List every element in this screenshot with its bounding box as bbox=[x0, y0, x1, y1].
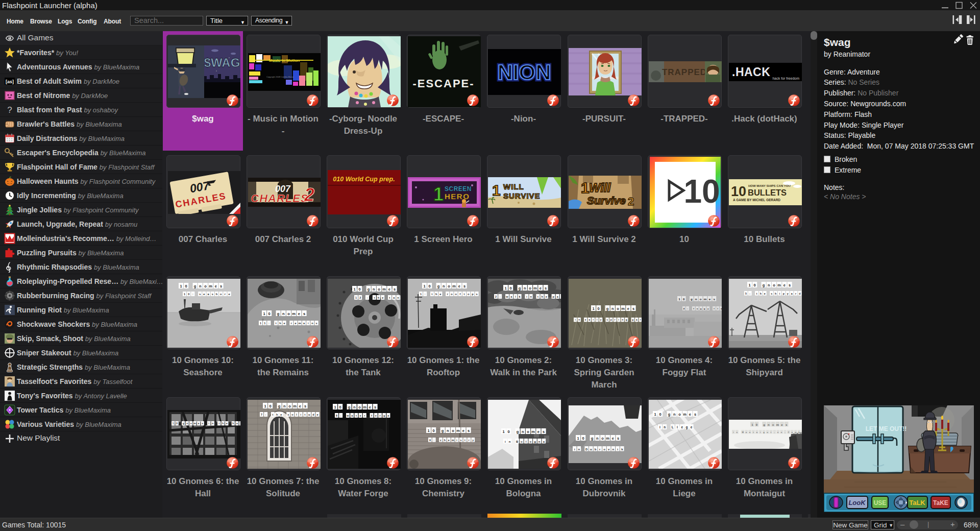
svg-text:e: e bbox=[439, 293, 441, 296]
svg-text:e: e bbox=[295, 322, 297, 325]
svg-text:0: 0 bbox=[339, 405, 341, 409]
svg-text:n: n bbox=[373, 287, 375, 292]
svg-text:n: n bbox=[522, 429, 524, 434]
svg-text:t: t bbox=[464, 293, 465, 296]
svg-text:t: t bbox=[356, 414, 357, 417]
svg-text:2: 2 bbox=[495, 295, 497, 298]
svg-text:n: n bbox=[749, 431, 751, 433]
svg-text:hack for freedom: hack for freedom bbox=[772, 77, 799, 80]
svg-text:e: e bbox=[585, 319, 586, 321]
svg-text:o: o bbox=[378, 287, 380, 292]
svg-text:0: 0 bbox=[270, 404, 272, 408]
svg-text:c: c bbox=[440, 439, 442, 442]
svg-text:s: s bbox=[632, 306, 634, 311]
svg-text:0: 0 bbox=[429, 284, 431, 288]
svg-text:n: n bbox=[737, 431, 738, 433]
svg-text:e: e bbox=[203, 293, 205, 296]
svg-text:e: e bbox=[612, 436, 614, 441]
svg-text:m: m bbox=[531, 429, 535, 434]
svg-text:a: a bbox=[589, 319, 590, 321]
svg-text:e: e bbox=[229, 293, 230, 296]
svg-text:e: e bbox=[317, 413, 318, 416]
svg-text:HOW MANY SHIPS CAN YOU: HOW MANY SHIPS CAN YOU bbox=[748, 184, 791, 187]
svg-text:HERO: HERO bbox=[445, 192, 470, 201]
svg-text:l: l bbox=[718, 307, 718, 310]
svg-text:n: n bbox=[781, 431, 782, 433]
svg-text:m: m bbox=[606, 436, 609, 441]
svg-text:e: e bbox=[540, 286, 542, 291]
svg-text:t: t bbox=[464, 439, 465, 442]
svg-text:m: m bbox=[293, 404, 297, 408]
svg-text:5: 5 bbox=[745, 292, 747, 295]
svg-text:g: g bbox=[368, 287, 370, 292]
svg-text:2: 2 bbox=[359, 296, 361, 299]
svg-text:010 World Cup prep.: 010 World Cup prep. bbox=[333, 176, 395, 183]
svg-text:0: 0 bbox=[510, 286, 512, 291]
svg-text:e: e bbox=[783, 283, 786, 287]
svg-text:1: 1 bbox=[184, 293, 185, 296]
svg-text:t: t bbox=[305, 413, 306, 416]
svg-text:s: s bbox=[303, 311, 305, 316]
svg-text:e: e bbox=[388, 287, 390, 292]
svg-text:d: d bbox=[799, 292, 800, 295]
svg-text:s: s bbox=[394, 287, 396, 292]
svg-text:t: t bbox=[276, 322, 277, 325]
svg-text:Copyright 2008 Combo-Matso: Copyright 2008 Combo-Matso bbox=[266, 76, 294, 78]
svg-text:n: n bbox=[611, 306, 614, 311]
svg-text:g: g bbox=[437, 284, 440, 288]
svg-text:n: n bbox=[768, 423, 770, 426]
svg-text:a: a bbox=[721, 307, 722, 310]
svg-text::: : bbox=[367, 296, 368, 299]
svg-text::: : bbox=[749, 292, 750, 295]
svg-text:e: e bbox=[198, 422, 200, 425]
svg-text:e: e bbox=[284, 322, 285, 325]
svg-text:g: g bbox=[534, 440, 536, 443]
svg-text:Music in Motion: Music in Motion bbox=[268, 58, 300, 63]
svg-text:s: s bbox=[463, 284, 465, 288]
svg-text:n: n bbox=[524, 286, 526, 291]
svg-text:w: w bbox=[346, 414, 349, 417]
svg-text:e: e bbox=[681, 425, 683, 429]
svg-text:i: i bbox=[209, 422, 209, 425]
svg-text:Will: Will bbox=[589, 181, 611, 195]
svg-text:0: 0 bbox=[582, 436, 584, 441]
svg-text:n: n bbox=[673, 412, 676, 417]
svg-text:i: i bbox=[677, 425, 678, 429]
svg-text:0: 0 bbox=[185, 284, 187, 288]
svg-text:o: o bbox=[697, 307, 698, 310]
svg-text:a: a bbox=[236, 422, 238, 425]
svg-text:e: e bbox=[299, 404, 301, 408]
svg-text:1: 1 bbox=[263, 311, 265, 316]
svg-text:g: g bbox=[591, 436, 594, 441]
svg-text:o: o bbox=[288, 404, 291, 408]
svg-text:m: m bbox=[452, 439, 454, 442]
svg-text:e: e bbox=[691, 425, 693, 429]
svg-text:1: 1 bbox=[502, 429, 504, 434]
svg-text:0: 0 bbox=[508, 429, 510, 434]
svg-text:n: n bbox=[695, 297, 697, 301]
svg-text:m: m bbox=[621, 306, 625, 311]
svg-text:t: t bbox=[537, 295, 538, 298]
svg-text:o: o bbox=[529, 440, 531, 443]
svg-text:g: g bbox=[517, 429, 519, 434]
svg-text:e: e bbox=[382, 296, 383, 299]
svg-text:0: 0 bbox=[176, 422, 178, 425]
svg-text:1: 1 bbox=[173, 422, 174, 425]
svg-text:LET ME OUT!!: LET ME OUT!! bbox=[866, 425, 907, 432]
svg-text:0: 0 bbox=[188, 293, 189, 296]
svg-text:1: 1 bbox=[264, 322, 265, 325]
svg-text:m: m bbox=[533, 286, 537, 291]
svg-text:?: ? bbox=[7, 105, 12, 115]
svg-text:m: m bbox=[452, 284, 456, 288]
svg-text:s: s bbox=[220, 284, 222, 288]
svg-text:n: n bbox=[282, 311, 285, 316]
svg-text:2: 2 bbox=[303, 184, 314, 205]
svg-text:1: 1 bbox=[427, 428, 429, 433]
svg-text:s: s bbox=[460, 439, 462, 442]
svg-text:t: t bbox=[374, 296, 375, 299]
svg-text:$WAG: $WAG bbox=[204, 56, 240, 69]
svg-text:i: i bbox=[659, 425, 660, 429]
svg-text:1: 1 bbox=[654, 412, 656, 417]
svg-text:i: i bbox=[733, 431, 733, 433]
svg-text:g: g bbox=[194, 284, 197, 288]
